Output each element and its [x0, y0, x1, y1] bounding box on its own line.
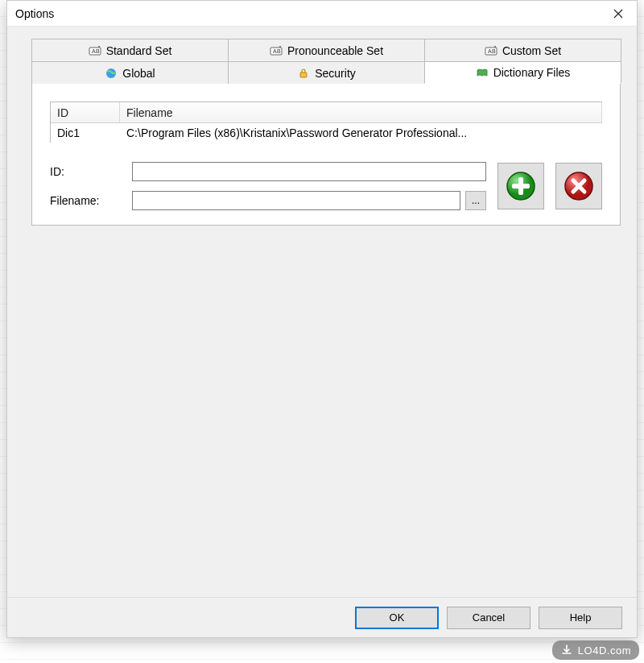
- form-area: ID: Filename: ...: [50, 162, 602, 210]
- options-dialog: Options AB Standard Set AB Pronounceable…: [6, 0, 638, 638]
- help-button[interactable]: Help: [539, 607, 622, 629]
- ab-icon: AB: [485, 44, 497, 57]
- tab-security[interactable]: Security: [228, 61, 425, 84]
- close-icon: [613, 9, 623, 19]
- id-label: ID:: [50, 165, 127, 178]
- svg-text:B: B: [96, 48, 100, 54]
- fields-grid: ID: Filename: ...: [50, 162, 486, 210]
- tab-label: Security: [315, 67, 356, 80]
- plus-icon: [505, 170, 537, 202]
- tab-custom-set[interactable]: AB Custom Set: [424, 39, 621, 61]
- watermark-text: LO4D.com: [578, 644, 631, 657]
- tab-label: Standard Set: [106, 44, 172, 57]
- tab-standard-set[interactable]: AB Standard Set: [31, 39, 229, 61]
- svg-text:B: B: [277, 48, 281, 54]
- list-cell-id: Dic1: [51, 126, 120, 139]
- dialog-content: AB Standard Set AB Pronounceable Set AB …: [7, 27, 637, 597]
- watermark: LO4D.com: [552, 640, 639, 660]
- tab-label: Global: [122, 67, 155, 80]
- lock-icon: [297, 67, 310, 80]
- tab-global[interactable]: Global: [31, 61, 229, 84]
- id-input[interactable]: [132, 162, 486, 181]
- globe-icon: [105, 67, 118, 80]
- column-header-id[interactable]: ID: [51, 102, 120, 122]
- tab-label: Custom Set: [502, 44, 561, 57]
- cancel-button[interactable]: Cancel: [447, 607, 530, 629]
- tab-control: AB Standard Set AB Pronounceable Set AB …: [23, 38, 621, 226]
- tab-pronounceable-set[interactable]: AB Pronounceable Set: [228, 39, 425, 61]
- tab-label: Dictionary Files: [493, 66, 571, 79]
- ab-icon: AB: [270, 44, 283, 57]
- browse-button[interactable]: ...: [465, 191, 486, 210]
- add-button[interactable]: [497, 163, 544, 209]
- svg-rect-10: [300, 73, 307, 77]
- list-row[interactable]: Dic1 C:\Program Files (x86)\Kristanix\Pa…: [51, 123, 602, 143]
- close-button[interactable]: [600, 1, 637, 27]
- dialog-button-bar: OK Cancel Help: [7, 597, 637, 637]
- svg-rect-13: [512, 184, 530, 189]
- book-icon: [476, 66, 489, 79]
- delete-x-icon: [563, 170, 595, 202]
- column-header-filename[interactable]: Filename: [120, 102, 602, 122]
- ab-icon: AB: [89, 44, 101, 57]
- tab-row-1: AB Standard Set AB Pronounceable Set AB …: [31, 38, 621, 60]
- tab-label: Pronounceable Set: [287, 44, 383, 57]
- svg-text:B: B: [492, 48, 496, 54]
- download-icon: [560, 644, 573, 657]
- filename-input[interactable]: [132, 191, 460, 210]
- tab-row-2: Global Security Dictionary Files: [31, 60, 621, 83]
- remove-button[interactable]: [555, 163, 602, 209]
- tab-panel-dictionary-files: ID Filename Dic1 C:\Program Files (x86)\…: [31, 83, 621, 226]
- listview-header: ID Filename: [51, 102, 602, 123]
- ok-button[interactable]: OK: [355, 607, 439, 629]
- filename-label: Filename:: [50, 194, 127, 207]
- window-title: Options: [15, 7, 54, 20]
- listview-body[interactable]: Dic1 C:\Program Files (x86)\Kristanix\Pa…: [51, 123, 602, 143]
- list-cell-filename: C:\Program Files (x86)\Kristanix\Passwor…: [120, 126, 602, 139]
- dictionary-listview[interactable]: ID Filename Dic1 C:\Program Files (x86)\…: [50, 102, 602, 143]
- titlebar: Options: [7, 1, 637, 27]
- tab-dictionary-files[interactable]: Dictionary Files: [424, 61, 621, 84]
